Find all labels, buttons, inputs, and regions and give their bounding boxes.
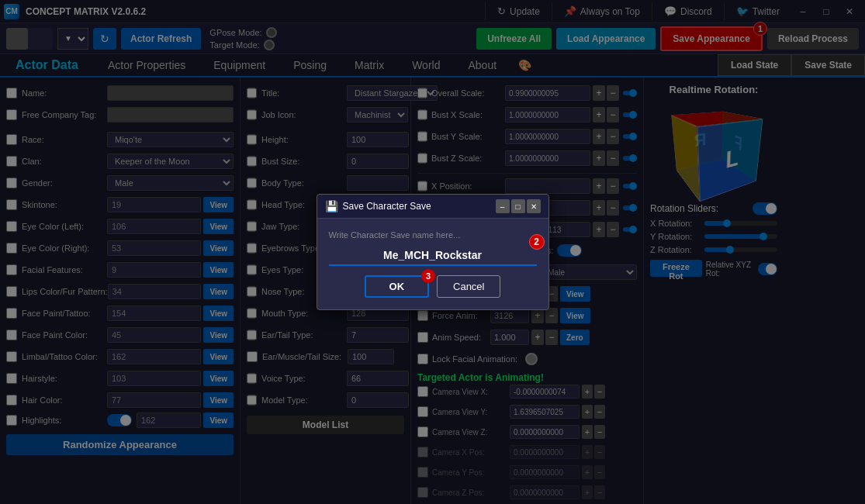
save-character-modal: 💾 Save Character Save – □ ✕ Write Charac… (317, 194, 549, 310)
modal-overlay: 💾 Save Character Save – □ ✕ Write Charac… (0, 0, 865, 504)
modal-num-badge: 2 (529, 234, 545, 250)
modal-minimize-btn[interactable]: – (496, 199, 510, 213)
modal-ok-btn[interactable]: OK 3 (365, 275, 430, 298)
modal-ok-num: 3 (421, 269, 435, 283)
modal-titlebar: 💾 Save Character Save – □ ✕ (317, 195, 548, 219)
modal-maximize-btn[interactable]: □ (511, 199, 525, 213)
modal-close-btn[interactable]: ✕ (527, 199, 541, 213)
modal-buttons: OK 3 Cancel (329, 275, 537, 298)
modal-cancel-btn[interactable]: Cancel (437, 275, 500, 298)
modal-input-container: 2 (329, 246, 537, 266)
modal-content: Write Character Save name here... 2 OK 3… (317, 219, 548, 309)
modal-input[interactable] (329, 246, 537, 266)
modal-title-text: Save Character Save (343, 201, 496, 212)
modal-title-icon: 💾 (325, 200, 338, 212)
modal-placeholder: Write Character Save name here... (329, 230, 537, 240)
